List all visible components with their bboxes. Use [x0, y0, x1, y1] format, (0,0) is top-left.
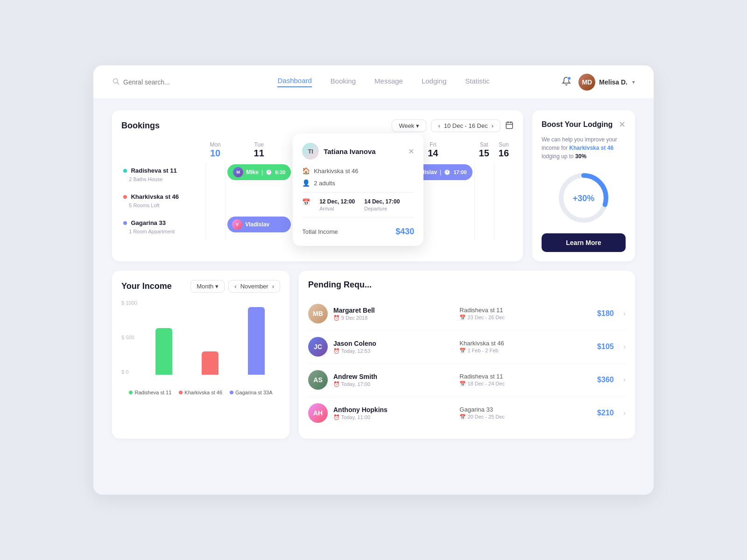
margaret-property: Radisheva st 11 📅 23 Dec - 26 Dec	[459, 307, 580, 321]
prev-month-icon: ‹	[234, 283, 236, 290]
next-month-icon: ›	[272, 283, 274, 290]
search-input[interactable]	[123, 78, 189, 86]
popup-income: Totlal Income $430	[302, 223, 414, 237]
month-button[interactable]: Month ▾	[190, 280, 225, 293]
popup-header: TI Tatiana Ivanova ✕	[302, 143, 414, 160]
svg-line-1	[117, 83, 119, 84]
month-nav-label: November	[240, 283, 268, 290]
clock-icon: 🕐	[266, 169, 272, 175]
jason-info: Jason Coleno ⏰ Today, 12:53	[333, 340, 454, 354]
legend-dot-pink	[179, 391, 183, 394]
pending-list: MB Margaret Bell ⏰ 9 Dec 2018 Radisheva …	[308, 297, 626, 429]
legend-kharkivska: Kharkivska st 46	[179, 390, 222, 395]
popup-close-button[interactable]: ✕	[408, 147, 414, 156]
search-icon	[112, 77, 120, 87]
popup-dates: 📅 12 Dec, 12:00 Arrival 14 Dec, 17:00 De…	[302, 198, 414, 211]
bar-radisheva	[145, 328, 183, 375]
property-gagarina: Gagarina 33 1 Room Appartment	[121, 215, 205, 241]
calendar-icon-popup: 📅	[302, 198, 310, 211]
boost-card: Boost Your Lodging ✕ We can help you imp…	[532, 110, 635, 261]
donut-label: +30%	[573, 194, 595, 203]
tatiana-popup: TI Tatiana Ivanova ✕ 🏠 Kharkivska st 46 …	[293, 133, 423, 246]
user-menu[interactable]: MD Melisa D. ▾	[578, 74, 635, 91]
anthony-info: Anthony Hopkins ⏰ Today, 11:00	[333, 406, 454, 420]
anthony-amount: $210	[586, 409, 614, 417]
property-kharkivska: Kharkivska st 46 5 Rooms Loft	[121, 189, 205, 215]
search-area	[112, 77, 205, 87]
cal-header-tue: Tue 11	[225, 140, 293, 162]
week-button[interactable]: Week ▾	[392, 119, 426, 132]
guests-icon: 👤	[302, 179, 310, 187]
nav-statistic[interactable]: Statistic	[465, 77, 490, 87]
pending-row-margaret[interactable]: MB Margaret Bell ⏰ 9 Dec 2018 Radisheva …	[308, 297, 626, 330]
dot-blue	[123, 221, 127, 225]
date-nav[interactable]: ‹ 10 Dec - 16 Dec ›	[431, 119, 500, 132]
cell-g-sat	[474, 215, 494, 241]
margaret-info: Margaret Bell ⏰ 9 Dec 2018	[333, 307, 454, 321]
income-controls: Month ▾ ‹ November ›	[190, 280, 280, 293]
boost-link[interactable]: Kharkivska st 46	[569, 145, 613, 151]
chart-bars	[140, 300, 280, 375]
week-label: Week	[399, 122, 414, 129]
chevron-right-icon-4: ›	[623, 409, 626, 417]
bar-pink	[202, 351, 218, 375]
andrew-property: Radisheva st 11 📅 18 Dec - 24 Dec	[459, 373, 580, 387]
boost-header: Boost Your Lodging ✕	[542, 119, 626, 130]
departure-col: 14 Dec, 17:00 Departure	[364, 198, 400, 211]
user-name: Melisa D.	[599, 78, 627, 86]
bar-kharkivska	[191, 351, 230, 375]
dot-green	[123, 169, 127, 173]
cell-k-mon	[205, 189, 225, 215]
anthony-avatar: AH	[308, 403, 328, 423]
nav-booking[interactable]: Booking	[331, 77, 356, 87]
legend-gagarina: Gagarina st 33A	[230, 390, 273, 395]
notification-bell[interactable]	[562, 77, 571, 88]
cal-header-mon: Mon 10	[205, 140, 225, 162]
pending-row-anthony[interactable]: AH Anthony Hopkins ⏰ Today, 11:00 Gagari…	[308, 397, 626, 429]
bar-gagarina	[237, 307, 275, 375]
donut-chart: +30%	[542, 170, 626, 226]
income-chart: $ 1000 $ 500 $ 0	[121, 300, 280, 384]
month-label: Month	[197, 283, 213, 290]
chevron-right-icon-3: ›	[623, 376, 626, 384]
boost-close-button[interactable]: ✕	[619, 119, 626, 130]
cal-header-sun: Sun 16	[494, 140, 514, 162]
andrew-info: Andrew Smith ⏰ Today, 17:00	[333, 373, 454, 387]
booking-vladislav-mon[interactable]: V Vladislav	[227, 217, 291, 232]
tatiana-popup-avatar: TI	[302, 143, 319, 160]
cell-g-sun	[494, 215, 514, 241]
margaret-avatar: MB	[308, 304, 328, 323]
learn-more-button[interactable]: Learn More	[542, 233, 626, 252]
pending-row-andrew[interactable]: AS Andrew Smith ⏰ Today, 17:00 Radisheva…	[308, 364, 626, 397]
popup-divider-2	[302, 217, 414, 217]
nav-dashboard[interactable]: Dashboard	[277, 77, 311, 87]
bookings-header: Bookings Week ▾ ‹ 10 Dec - 16 Dec ›	[121, 119, 514, 132]
nav-message[interactable]: Message	[374, 77, 403, 87]
cell-g-mon	[205, 215, 225, 241]
chevron-right-icon-2: ›	[623, 343, 626, 351]
dot-red	[123, 195, 127, 199]
cell-k-sat	[474, 189, 494, 215]
nav-lodging[interactable]: Lodging	[422, 77, 446, 87]
app-container: Dashboard Booking Message Lodging Statis…	[93, 65, 654, 495]
booking-mike[interactable]: M Mike | 🕐 6:30	[227, 164, 291, 180]
andrew-avatar: AS	[308, 370, 328, 390]
cell-r-tue: M Mike | 🕐 6:30	[225, 162, 293, 189]
chevron-right-icon: ›	[623, 309, 626, 318]
cell-g-tue: V Vladislav	[225, 215, 293, 241]
pending-row-jason[interactable]: JC Jason Coleno ⏰ Today, 12:53 Kharkivsk…	[308, 330, 626, 364]
chevron-down-icon: ▾	[632, 79, 635, 85]
bookings-card: Bookings Week ▾ ‹ 10 Dec - 16 Dec ›	[112, 110, 523, 261]
nav-right: MD Melisa D. ▾	[562, 74, 635, 91]
month-nav[interactable]: ‹ November ›	[228, 280, 280, 293]
cell-r-sat	[474, 162, 494, 189]
header-controls: Week ▾ ‹ 10 Dec - 16 Dec ›	[392, 119, 514, 132]
legend-dot-purple	[230, 391, 233, 394]
bottom-row: Your Income Month ▾ ‹ November ›	[112, 271, 635, 439]
calendar-icon[interactable]	[505, 121, 514, 131]
chart-legend: Radisheva st 11 Kharkivska st 46 Gagarin…	[121, 390, 280, 395]
main-content: Bookings Week ▾ ‹ 10 Dec - 16 Dec ›	[93, 99, 654, 495]
bar-purple	[248, 307, 265, 375]
anthony-property: Gagarina 33 📅 20 Dec - 25 Dec	[459, 406, 580, 420]
income-title: Your Income	[121, 281, 172, 291]
